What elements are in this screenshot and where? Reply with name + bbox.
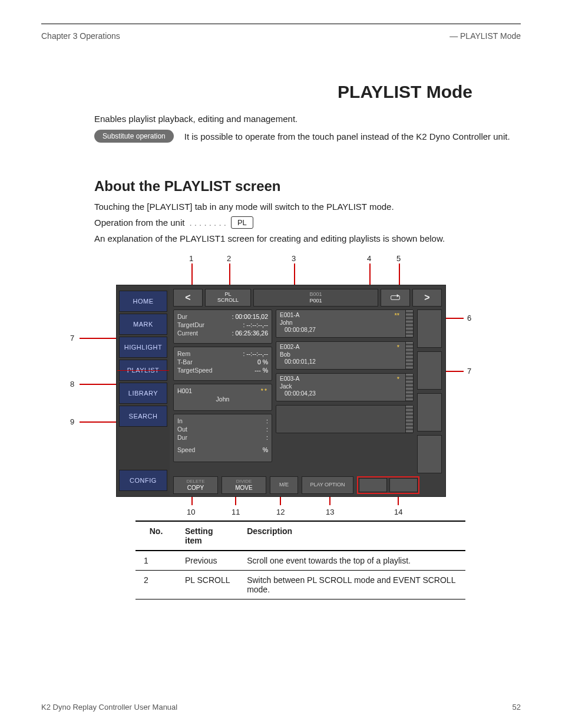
op-dots: . . . . . . . . <box>189 218 226 228</box>
playlist-name: P001 <box>309 298 322 304</box>
scroll-page[interactable] <box>417 351 442 390</box>
delete-copy-button[interactable]: DELETE COPY <box>173 476 218 494</box>
callout-12: 12 <box>276 508 285 516</box>
sidebar-highlight[interactable]: HIGHLIGHT <box>119 337 167 358</box>
legend-row: 1 Previous Scroll one event towards the … <box>135 551 465 571</box>
event-tc: 00:00:04,23 <box>280 390 402 398</box>
sidebar-search[interactable]: SEARCH <box>119 406 167 427</box>
bb-l2: MOVE <box>235 485 252 491</box>
scroll-page-down[interactable] <box>417 435 442 473</box>
event-handle[interactable] <box>405 374 413 401</box>
event-id: E001-A <box>280 312 299 318</box>
prev-button[interactable]: < <box>173 289 203 307</box>
loop-button[interactable] <box>381 289 410 307</box>
legend-item: PL SCROLL <box>177 571 239 599</box>
running-head-left: Chapter 3 Operations <box>41 31 120 41</box>
event-row[interactable]: E003-A * Jack 00:00:04,23 <box>276 373 414 401</box>
divide-move-button[interactable]: DIVIDE MOVE <box>222 476 266 494</box>
callout-10: 10 <box>187 508 195 516</box>
sidebar-home[interactable]: HOME <box>119 291 167 312</box>
section-heading: About the PLAYLIST screen <box>94 178 521 195</box>
legend-no: 1 <box>135 551 177 571</box>
event-id: E002-A <box>280 344 299 350</box>
legend-desc: Switch between PL SCROLL mode and EVENT … <box>239 571 465 599</box>
intro-text: Enables playlist playback, editing and m… <box>94 114 521 124</box>
out-value: : <box>266 425 268 433</box>
legend-no: 2 <box>135 571 177 599</box>
event-name: Jack <box>280 383 402 391</box>
out-label: Out <box>177 425 187 433</box>
callout-13: 13 <box>326 508 334 516</box>
bb-l1: DIVIDE <box>236 479 252 485</box>
substitute-text: It is possible to operate from the touch… <box>184 131 510 141</box>
scroll-page-up[interactable] <box>417 309 442 348</box>
op-key-pl: PL <box>231 216 253 229</box>
callout-4: 4 <box>367 254 371 263</box>
event-handle[interactable] <box>405 406 413 433</box>
highlight-id: H001 <box>177 387 192 395</box>
panel-remaining: Rem: --:--:--,-- T-Bar0 % TargetSpeed---… <box>173 347 272 381</box>
me-button[interactable]: M/E <box>270 476 298 494</box>
reserved-slot[interactable] <box>389 478 418 492</box>
event-handle[interactable] <box>405 310 413 337</box>
legend-desc: Scroll one event towards the top of a pl… <box>239 551 465 571</box>
event-tc: 00:00:08,27 <box>280 327 402 334</box>
loop-icon <box>391 294 400 301</box>
in-value: : <box>266 417 268 425</box>
playlist-id: B001 <box>309 291 322 298</box>
legend-head-no: No. <box>135 521 177 551</box>
reserved-slot[interactable] <box>359 478 387 492</box>
legend-row: 2 PL SCROLL Switch between PL SCROLL mod… <box>135 571 465 599</box>
legend-head-desc: Description <box>239 521 465 551</box>
event-name: John <box>280 319 402 327</box>
rem-label: Rem <box>177 350 190 358</box>
next-button[interactable]: > <box>412 289 442 307</box>
event-handle[interactable] <box>405 342 413 369</box>
dur-value: : 00:00:15,02 <box>232 312 268 321</box>
running-head-right: — PLAYLIST Mode <box>449 31 521 41</box>
event-stars: ** <box>394 312 399 320</box>
sidebar-config[interactable]: CONFIG <box>119 470 167 491</box>
callout-3: 3 <box>292 254 296 263</box>
event-row[interactable]: E001-A ** John 00:00:08,27 <box>276 309 414 338</box>
reserved-buttons <box>357 476 419 494</box>
callout-7b: 7 <box>70 334 74 342</box>
callout-8: 8 <box>70 380 74 388</box>
scroll-page[interactable] <box>417 393 442 431</box>
in-label: In <box>177 417 183 425</box>
event-stars: * <box>397 375 399 384</box>
panel-highlight[interactable]: H001 ** John <box>173 384 272 411</box>
event-row-empty[interactable] <box>276 405 414 433</box>
sidebar-library[interactable]: LIBRARY <box>119 383 167 404</box>
section-p1: Touching the [PLAYLIST] tab in any mode … <box>94 202 471 212</box>
pl-scroll-button[interactable]: PL SCROLL <box>205 289 251 307</box>
op-lead: Operation from the unit <box>94 218 184 228</box>
panel-inout: In: Out: Dur: Speed% <box>173 414 272 462</box>
sidebar-mark[interactable]: MARK <box>119 314 167 335</box>
callout-7: 7 <box>467 367 471 375</box>
playlist-name-button[interactable]: B001 P001 <box>253 289 378 307</box>
callout-6: 6 <box>467 314 471 322</box>
callout-2: 2 <box>227 254 231 263</box>
highlight-title: John <box>177 395 268 403</box>
targetdur-value: : --:--:--,-- <box>243 321 268 329</box>
section-p2: An explanation of the PLAYLIST1 screen f… <box>94 233 471 243</box>
event-tc: 00:00:01,12 <box>280 358 402 366</box>
dur-label: Dur <box>177 312 187 321</box>
event-id: E003-A <box>280 375 299 382</box>
sidebar-playlist[interactable]: PLAYLIST <box>119 360 167 381</box>
targetspeed-value: --- % <box>254 366 268 374</box>
event-name: Bob <box>280 351 402 359</box>
speed-value: % <box>263 446 268 454</box>
panel-duration: Dur: 00:00:15,02 TargetDur: --:--:--,-- … <box>173 309 272 344</box>
svg-marker-1 <box>397 294 399 297</box>
tbar-value: 0 % <box>257 358 268 366</box>
bb-l1: DELETE <box>186 479 204 485</box>
event-row[interactable]: E002-A * Bob 00:00:01,12 <box>276 341 414 370</box>
callout-5: 5 <box>396 254 401 263</box>
dur2-value: : <box>266 433 268 442</box>
callout-1: 1 <box>189 254 193 263</box>
play-option-button[interactable]: PLAY OPTION <box>302 476 353 494</box>
page-scroll <box>417 309 442 473</box>
targetspeed-label: TargetSpeed <box>177 366 213 374</box>
